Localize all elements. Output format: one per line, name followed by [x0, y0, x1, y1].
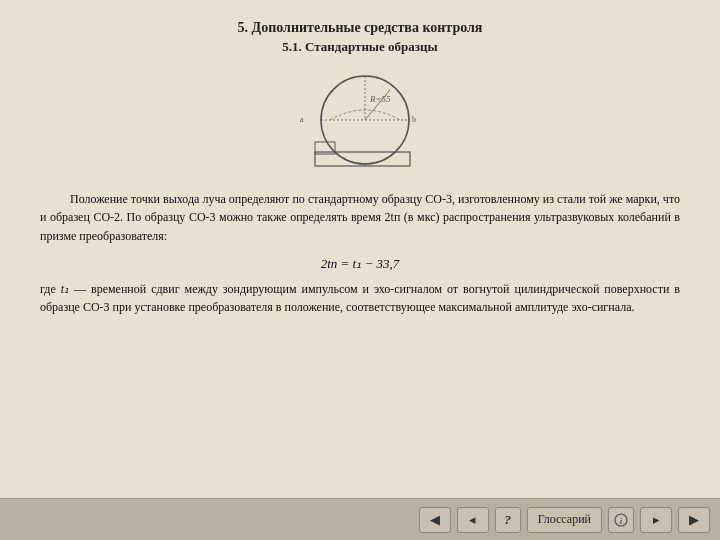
title-section: 5. Дополнительные средства контроля 5.1.… [40, 18, 680, 56]
paragraph2: где t₁ — временной сдвиг между зондирующ… [40, 280, 680, 317]
prev-button[interactable]: ◂ [457, 507, 489, 533]
diagram-svg: R=55 b a [260, 70, 460, 180]
back-button[interactable]: ◀ [419, 507, 451, 533]
page: 5. Дополнительные средства контроля 5.1.… [0, 0, 720, 540]
t1-label: t₁ [61, 282, 69, 296]
svg-text:b: b [412, 115, 416, 124]
title-main: 5. Дополнительные средства контроля [40, 18, 680, 38]
title-sub: 5.1. Стандартные образцы [40, 38, 680, 56]
glossary-button[interactable]: Глоссарий [527, 507, 602, 533]
forward-button[interactable]: ▶ [678, 507, 710, 533]
formula-container: 2tп = t₁ − 33,7 [40, 256, 680, 272]
info2-button[interactable]: i [608, 507, 634, 533]
paragraph2-start: где [40, 282, 61, 296]
info-button[interactable]: ? [495, 507, 521, 533]
paragraph2-rest: — временной сдвиг между зондирующим импу… [40, 282, 680, 315]
content-area: 5. Дополнительные средства контроля 5.1.… [0, 0, 720, 498]
bottom-bar: ◀ ◂ ? Глоссарий i ▸ ▶ [0, 498, 720, 540]
diagram: R=55 b a [260, 70, 460, 180]
svg-text:i: i [620, 516, 623, 526]
diagram-container: R=55 b a [40, 70, 680, 180]
formula: 2tп = t₁ − 33,7 [321, 256, 400, 272]
info-icon: i [614, 513, 628, 527]
paragraph1: Положение точки выхода луча определяют п… [40, 190, 680, 246]
next-button[interactable]: ▸ [640, 507, 672, 533]
svg-text:a: a [300, 115, 304, 124]
